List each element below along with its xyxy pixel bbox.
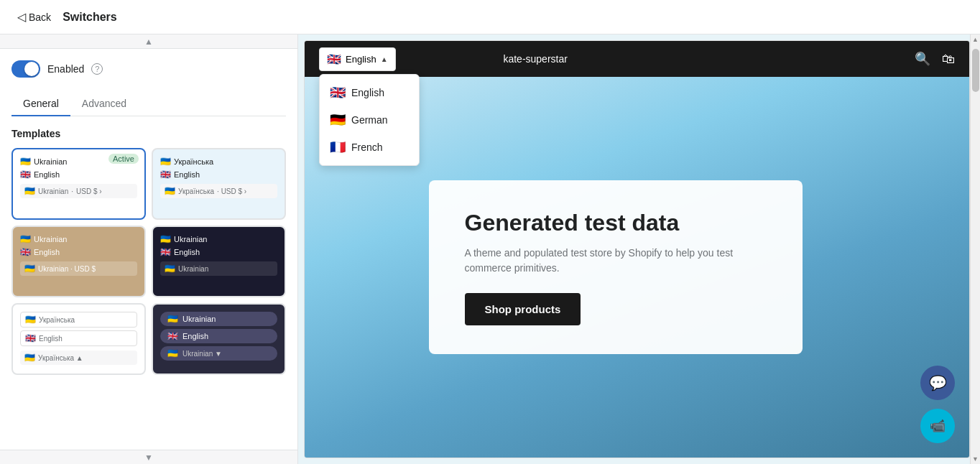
- flag-icon: 🇬🇧: [20, 170, 31, 180]
- flag-icon: 🇩🇪: [330, 112, 346, 128]
- toggle-knob: [24, 62, 39, 76]
- tabs: General Advanced: [11, 92, 286, 116]
- template-card-5[interactable]: 🇺🇦 Українська 🇬🇧 English 🇺🇦 Українська ▲: [11, 303, 146, 375]
- scrollbar-thumb[interactable]: [972, 49, 979, 92]
- chat-bubble-button[interactable]: 💬: [920, 366, 955, 400]
- language-label: English: [351, 87, 384, 98]
- store-header-icons: 🔍 🛍: [675, 51, 955, 67]
- bottom-text: Ukrainian: [38, 187, 68, 195]
- template-card-4[interactable]: 🇺🇦 Ukrainian 🇬🇧 English 🇺🇦 Ukrainian: [152, 226, 286, 297]
- chevron-up-icon: ▲: [381, 55, 388, 63]
- flag-icon: 🇬🇧: [25, 333, 36, 343]
- bottom-currency: · USD $ ›: [217, 187, 246, 195]
- template-card-6[interactable]: 🇺🇦 Ukrainian 🇬🇧 English 🇺🇦 Ukrainian ▼: [152, 303, 286, 375]
- right-scrollbar[interactable]: ▲ ▼: [970, 34, 980, 464]
- template-bottom-bar: 🇺🇦 Ukrainian: [160, 261, 277, 276]
- flag-icon: 🇫🇷: [330, 139, 346, 155]
- right-panel: 🇬🇧 English ▲ 🇬🇧 English 🇩🇪 German: [298, 34, 980, 464]
- language-switcher: 🇬🇧 English ▲ 🇬🇧 English 🇩🇪 German: [319, 47, 396, 71]
- flag-icon: 🇬🇧: [160, 247, 171, 257]
- shop-products-button[interactable]: Shop products: [465, 293, 581, 325]
- bottom-separator: ·: [71, 187, 73, 195]
- bottom-currency: USD $ ›: [76, 187, 102, 195]
- scroll-down-arrow: ▼: [971, 455, 980, 463]
- tab-advanced[interactable]: Advanced: [70, 92, 138, 116]
- main-layout: ▲ Enabled ? General Advanced Templates: [0, 34, 980, 464]
- template-bottom-bar: 🇺🇦 Ukrainian ▼: [160, 346, 277, 361]
- chat-icon: 💬: [929, 374, 947, 391]
- current-language-flag: 🇬🇧: [327, 52, 341, 66]
- bottom-text: Українська: [178, 187, 214, 195]
- search-icon[interactable]: 🔍: [915, 51, 930, 67]
- scroll-up-button[interactable]: ▲: [0, 34, 297, 49]
- language-label: French: [351, 141, 383, 153]
- flag-icon: 🇺🇦: [165, 264, 175, 274]
- template-card-1[interactable]: Active 🇺🇦 Ukrainian 🇬🇧 English 🇺🇦 Ukrain…: [11, 148, 146, 220]
- template-row: 🇺🇦 Ukrainian: [160, 312, 277, 326]
- tab-general[interactable]: General: [11, 92, 70, 116]
- scroll-down-icon: ▼: [144, 453, 153, 463]
- language-dropdown-menu: 🇬🇧 English 🇩🇪 German 🇫🇷 French: [319, 74, 420, 166]
- template-row: 🇬🇧 English: [20, 330, 137, 346]
- left-inner: Enabled ? General Advanced Templates Act…: [0, 49, 297, 450]
- flag-icon: 🇺🇦: [20, 157, 31, 167]
- back-icon: ◁: [17, 10, 26, 24]
- page-title: Switchers: [63, 11, 117, 24]
- language-dropdown-button[interactable]: 🇬🇧 English ▲: [319, 47, 396, 71]
- lang-name: English: [39, 335, 63, 343]
- enabled-toggle[interactable]: [11, 60, 40, 78]
- flag-icon: 🇺🇦: [160, 157, 171, 167]
- flag-icon: 🇺🇦: [167, 348, 178, 358]
- template-bottom-bar: 🇺🇦 Ukrainian · USD $ ›: [20, 184, 137, 198]
- template-row: 🇺🇦 Ukrainian: [160, 234, 277, 244]
- flag-icon: 🇺🇦: [165, 186, 175, 196]
- template-row: 🇬🇧 English: [160, 247, 277, 257]
- lang-name: Ukrainian: [34, 235, 67, 243]
- toggle-label: Enabled: [47, 63, 84, 75]
- template-row: 🇬🇧 English: [160, 329, 277, 343]
- flag-icon: 🇺🇦: [24, 186, 35, 196]
- template-bottom-bar: 🇺🇦 Ukrainian · USD $: [20, 261, 137, 276]
- flag-icon: 🇺🇦: [24, 264, 35, 274]
- video-icon: 📹: [930, 418, 946, 434]
- bottom-text: Ukrainian · USD $: [38, 265, 96, 273]
- template-bottom-bar: 🇺🇦 Українська · USD $ ›: [160, 184, 277, 198]
- template-row: 🇺🇦 Українська: [20, 312, 137, 328]
- template-card-3[interactable]: 🇺🇦 Ukrainian 🇬🇧 English 🇺🇦 Ukrainian · U…: [11, 226, 146, 297]
- lang-name: English: [182, 332, 208, 340]
- hero-subtitle: A theme and populated test store by Shop…: [465, 246, 767, 276]
- template-row: 🇬🇧 English: [20, 247, 137, 257]
- flag-icon: 🇬🇧: [330, 85, 346, 101]
- template-card-2[interactable]: 🇺🇦 Українська 🇬🇧 English 🇺🇦 Українська ·…: [152, 148, 286, 220]
- scroll-up-arrow: ▲: [971, 34, 980, 43]
- lang-name: English: [34, 170, 60, 179]
- scroll-down-button[interactable]: ▼: [0, 450, 297, 464]
- lang-name: Українська: [174, 157, 213, 166]
- back-button[interactable]: ◁ Back: [11, 7, 57, 27]
- store-name: kate-superstar: [396, 53, 675, 65]
- language-label: German: [351, 114, 388, 126]
- language-option-english[interactable]: 🇬🇧 English: [320, 79, 419, 106]
- back-label: Back: [29, 11, 51, 23]
- lang-name: English: [174, 170, 200, 179]
- template-row: 🇬🇧 English: [160, 170, 277, 180]
- flag-icon: 🇺🇦: [25, 315, 36, 325]
- lang-name: Ukrainian: [34, 157, 67, 166]
- template-row: 🇬🇧 English: [20, 170, 137, 180]
- left-panel: ▲ Enabled ? General Advanced Templates: [0, 34, 298, 464]
- video-chat-button[interactable]: 📹: [920, 409, 955, 443]
- flag-icon: 🇺🇦: [20, 234, 31, 244]
- bottom-text: Ukrainian ▼: [182, 350, 222, 358]
- store-header: 🇬🇧 English ▲ 🇬🇧 English 🇩🇪 German: [305, 41, 969, 77]
- preview-container: 🇬🇧 English ▲ 🇬🇧 English 🇩🇪 German: [304, 40, 970, 458]
- bottom-text: Ukrainian: [178, 265, 208, 273]
- lang-name: English: [174, 248, 200, 256]
- cart-icon[interactable]: 🛍: [942, 52, 955, 67]
- language-option-french[interactable]: 🇫🇷 French: [320, 134, 419, 161]
- template-row: 🇺🇦 Українська: [160, 157, 277, 167]
- help-icon[interactable]: ?: [91, 63, 103, 75]
- lang-name: Українська: [39, 316, 75, 324]
- enabled-toggle-row: Enabled ?: [11, 60, 286, 78]
- hero-title: Generated test data: [465, 209, 767, 236]
- language-option-german[interactable]: 🇩🇪 German: [320, 106, 419, 134]
